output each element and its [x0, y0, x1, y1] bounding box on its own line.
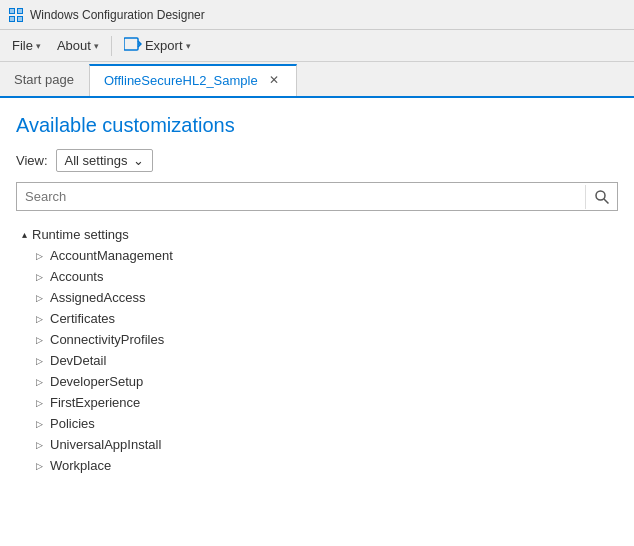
tree-item-label: Accounts	[50, 269, 103, 284]
search-icon[interactable]	[585, 185, 617, 209]
tree-item[interactable]: ▷DevDetail	[32, 350, 618, 371]
svg-point-10	[596, 191, 605, 200]
svg-rect-4	[10, 9, 14, 13]
tree-item-arrow-icon: ▷	[32, 417, 46, 431]
menu-bar: File ▾ About ▾ Export ▾	[0, 30, 634, 62]
menu-separator	[111, 36, 112, 56]
about-menu-arrow: ▾	[94, 41, 99, 51]
tree-item-arrow-icon: ▷	[32, 312, 46, 326]
tree-item[interactable]: ▷AssignedAccess	[32, 287, 618, 308]
tree-item-arrow-icon: ▷	[32, 291, 46, 305]
tree-item-label: Policies	[50, 416, 95, 431]
tree-item[interactable]: ▷DeveloperSetup	[32, 371, 618, 392]
view-dropdown[interactable]: All settings ⌄	[56, 149, 154, 172]
tree-item-arrow-icon: ▷	[32, 333, 46, 347]
tree-root-label: Runtime settings	[32, 227, 129, 242]
tree-item-arrow-icon: ▷	[32, 396, 46, 410]
tree-item-label: DevDetail	[50, 353, 106, 368]
tree-item-arrow-icon: ▷	[32, 270, 46, 284]
tree-root[interactable]: ▴ Runtime settings	[16, 223, 618, 245]
file-menu[interactable]: File ▾	[4, 34, 49, 57]
tree-children: ▷AccountManagement▷Accounts▷AssignedAcce…	[16, 245, 618, 476]
tree-item-arrow-icon: ▷	[32, 354, 46, 368]
svg-rect-7	[18, 17, 22, 21]
section-title: Available customizations	[16, 114, 618, 137]
main-content: Available customizations View: All setti…	[0, 98, 634, 480]
export-menu[interactable]: Export ▾	[116, 32, 199, 59]
tree-item[interactable]: ▷UniversalAppInstall	[32, 434, 618, 455]
title-bar-text: Windows Configuration Designer	[30, 8, 205, 22]
tree-item-arrow-icon: ▷	[32, 459, 46, 473]
tree-item[interactable]: ▷Accounts	[32, 266, 618, 287]
tree-item-label: DeveloperSetup	[50, 374, 143, 389]
tree-expand-icon: ▴	[16, 226, 32, 242]
tab-active[interactable]: OfflineSecureHL2_Sample ✕	[89, 64, 297, 96]
tree-item[interactable]: ▷Workplace	[32, 455, 618, 476]
file-menu-arrow: ▾	[36, 41, 41, 51]
tree-item-label: Certificates	[50, 311, 115, 326]
svg-rect-6	[10, 17, 14, 21]
app-icon	[8, 7, 24, 23]
tree-item[interactable]: ▷FirstExperience	[32, 392, 618, 413]
tab-bar: Start page OfflineSecureHL2_Sample ✕	[0, 62, 634, 98]
tree-item-label: AccountManagement	[50, 248, 173, 263]
title-bar: Windows Configuration Designer	[0, 0, 634, 30]
dropdown-arrow-icon: ⌄	[133, 153, 144, 168]
svg-rect-8	[124, 38, 138, 50]
search-container	[16, 182, 618, 211]
tree-container: ▴ Runtime settings ▷AccountManagement▷Ac…	[16, 219, 618, 480]
tree-item-label: Workplace	[50, 458, 111, 473]
about-menu[interactable]: About ▾	[49, 34, 107, 57]
tree-item-label: ConnectivityProfiles	[50, 332, 164, 347]
tree-item[interactable]: ▷Certificates	[32, 308, 618, 329]
export-menu-arrow: ▾	[186, 41, 191, 51]
tree-item-arrow-icon: ▷	[32, 375, 46, 389]
tree-item-label: UniversalAppInstall	[50, 437, 161, 452]
view-label: View:	[16, 153, 48, 168]
tab-startpage[interactable]: Start page	[0, 62, 89, 96]
tab-close-button[interactable]: ✕	[266, 72, 282, 88]
svg-line-11	[604, 199, 609, 204]
tree-item-label: AssignedAccess	[50, 290, 145, 305]
tree-item-arrow-icon: ▷	[32, 249, 46, 263]
search-input[interactable]	[17, 183, 585, 210]
tree-item-arrow-icon: ▷	[32, 438, 46, 452]
view-row: View: All settings ⌄	[16, 149, 618, 172]
tree-item[interactable]: ▷AccountManagement	[32, 245, 618, 266]
tree-item[interactable]: ▷ConnectivityProfiles	[32, 329, 618, 350]
tree-item[interactable]: ▷Policies	[32, 413, 618, 434]
tree-item-label: FirstExperience	[50, 395, 140, 410]
svg-rect-5	[18, 9, 22, 13]
export-icon	[124, 36, 142, 55]
